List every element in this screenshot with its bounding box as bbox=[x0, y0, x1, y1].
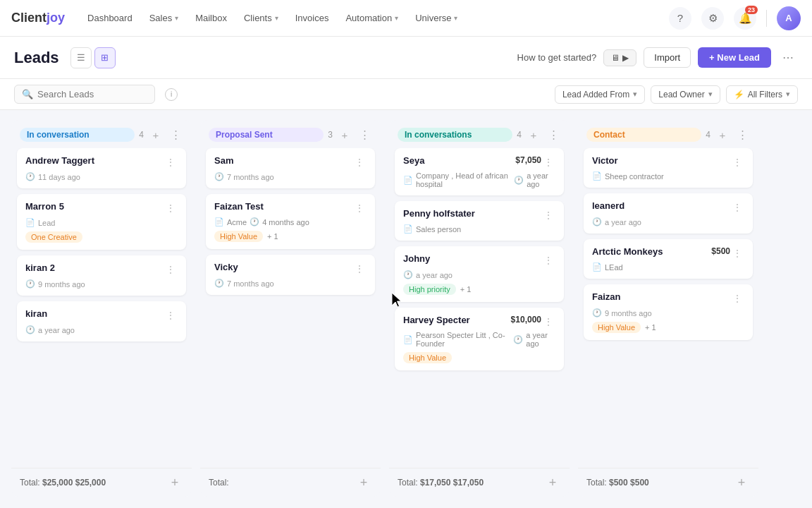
automation-chevron-icon: ▾ bbox=[395, 14, 398, 22]
table-row[interactable]: Vicky ⋮ 🕐 7 months ago bbox=[206, 255, 375, 295]
user-avatar[interactable]: A bbox=[777, 6, 801, 30]
settings-button[interactable]: ⚙ bbox=[701, 7, 724, 30]
card-more-button[interactable]: ⋮ bbox=[164, 201, 178, 215]
all-filters-label: All Filters bbox=[748, 90, 782, 99]
kanban-view-button[interactable]: ⊞ bbox=[94, 47, 116, 68]
table-row[interactable]: kiran 2 ⋮ 🕐 9 months ago bbox=[17, 255, 186, 296]
card-more-button[interactable]: ⋮ bbox=[730, 155, 744, 169]
table-row[interactable]: Seya $7,050 ⋮ 📄 Company , Head of africa… bbox=[395, 148, 564, 195]
card-time-text: a year ago bbox=[526, 331, 555, 348]
card-time-text: 4 months ago bbox=[262, 218, 309, 226]
column-more-button[interactable]: ⋮ bbox=[546, 127, 561, 143]
kanban-board: In conversation 4 + ⋮ Andrew Taggert ⋮ 🕐… bbox=[0, 110, 812, 507]
nav-automation[interactable]: Automation ▾ bbox=[345, 13, 398, 23]
card-more-button[interactable]: ⋮ bbox=[541, 315, 555, 329]
column-footer-add-button[interactable]: + bbox=[544, 474, 561, 491]
import-button[interactable]: Import bbox=[644, 47, 691, 68]
page-more-button[interactable]: ⋯ bbox=[778, 48, 798, 68]
table-row[interactable]: Faizan Test ⋮ 📄 Acme 🕐 4 months ago High… bbox=[206, 194, 375, 249]
list-view-button[interactable]: ☰ bbox=[70, 47, 92, 68]
clock-icon: 🕐 bbox=[25, 279, 35, 289]
card-tag: High Value bbox=[403, 352, 452, 363]
card-company: 📄 Sales person bbox=[403, 224, 555, 234]
table-row[interactable]: Harvey Specter $10,000 ⋮ 📄 Pearson Spect… bbox=[395, 308, 564, 370]
nav-dashboard[interactable]: Dashboard bbox=[87, 13, 133, 23]
notifications-button[interactable]: 🔔 23 bbox=[734, 7, 756, 30]
card-more-button[interactable]: ⋮ bbox=[164, 262, 178, 277]
navbar-right: ? ⚙ 🔔 23 A bbox=[669, 6, 801, 30]
nav-universe[interactable]: Universe ▾ bbox=[415, 13, 457, 23]
column-footer-add-button[interactable]: + bbox=[355, 474, 372, 491]
card-more-button[interactable]: ⋮ bbox=[352, 201, 367, 215]
column-footer-add-button[interactable]: + bbox=[733, 474, 750, 491]
table-row[interactable]: Sam ⋮ 🕐 7 months ago bbox=[206, 148, 375, 188]
table-row[interactable]: Penny holfstater ⋮ 📄 Sales person bbox=[395, 201, 564, 241]
table-row[interactable]: Johny ⋮ 🕐 a year ago High priority+ 1 bbox=[395, 246, 564, 302]
card-more-button[interactable]: ⋮ bbox=[164, 308, 178, 322]
column-add-button[interactable]: + bbox=[715, 127, 730, 143]
card-time-text: 7 months ago bbox=[227, 173, 274, 181]
all-filters-button[interactable]: ⚡ All Filters ▾ bbox=[726, 85, 798, 104]
column-label: Contact bbox=[586, 128, 701, 142]
card-name: Marron 5 bbox=[25, 201, 164, 212]
table-row[interactable]: Faizan ⋮ 🕐 9 months ago High Value+ 1 bbox=[584, 284, 753, 340]
card-more-button[interactable]: ⋮ bbox=[541, 253, 555, 267]
nav-mailbox[interactable]: Mailbox bbox=[195, 13, 227, 23]
total-value: $25,000 $25,000 bbox=[42, 478, 106, 488]
nav-clients[interactable]: Clients ▾ bbox=[244, 13, 278, 23]
card-more-button[interactable]: ⋮ bbox=[541, 155, 555, 169]
brand-logo[interactable]: Clientjoy bbox=[11, 11, 65, 25]
search-input[interactable] bbox=[37, 89, 136, 99]
card-tag: High Value bbox=[214, 231, 263, 242]
card-tags: High Value+ 1 bbox=[592, 322, 744, 333]
column-total: Total: $500 $500 bbox=[586, 478, 649, 488]
search-box[interactable]: 🔍 bbox=[14, 85, 155, 104]
card-more-button[interactable]: ⋮ bbox=[730, 291, 744, 306]
table-row[interactable]: Andrew Taggert ⋮ 🕐 11 days ago bbox=[17, 148, 186, 188]
column-more-button[interactable]: ⋮ bbox=[168, 127, 183, 143]
card-meta: 🕐 a year ago bbox=[403, 270, 555, 279]
new-lead-button[interactable]: + New Lead bbox=[698, 47, 771, 68]
clock-icon: 🕐 bbox=[25, 172, 35, 181]
card-name: kiran 2 bbox=[25, 262, 164, 273]
nav-sales[interactable]: Sales ▾ bbox=[149, 13, 179, 23]
card-more-button[interactable]: ⋮ bbox=[730, 200, 744, 214]
card-tags: High Value bbox=[403, 352, 555, 363]
document-icon: 📄 bbox=[214, 217, 224, 226]
search-info-icon[interactable]: i bbox=[165, 88, 178, 101]
card-more-button[interactable]: ⋮ bbox=[352, 155, 367, 169]
tag-plus: + 1 bbox=[460, 285, 472, 294]
tutorial-button[interactable]: 🖥 ▶ bbox=[603, 49, 636, 66]
card-amount: $7,050 bbox=[515, 155, 541, 165]
help-button[interactable]: ? bbox=[669, 7, 691, 30]
column-contact: Contact 4 + ⋮ Victor ⋮ 📄 Sheep contracto… bbox=[578, 120, 758, 497]
card-time-text: a year ago bbox=[38, 326, 75, 334]
lead-owner-filter[interactable]: Lead Owner ▾ bbox=[651, 85, 720, 104]
table-row[interactable]: Artctic Monkeys $500 ⋮ 📄 LEad bbox=[584, 239, 753, 279]
column-add-button[interactable]: + bbox=[337, 127, 352, 143]
column-count: 4 bbox=[706, 130, 710, 140]
card-company: 📄 Pearson Specter Litt , Co-Founder 🕐 a … bbox=[403, 331, 555, 348]
lead-added-from-filter[interactable]: Lead Added From ▾ bbox=[555, 85, 645, 104]
card-name: Harvey Specter bbox=[403, 315, 511, 325]
column-more-button[interactable]: ⋮ bbox=[357, 127, 372, 143]
column-more-button[interactable]: ⋮ bbox=[734, 127, 750, 143]
column-add-button[interactable]: + bbox=[148, 127, 164, 143]
column-footer-add-button[interactable]: + bbox=[166, 474, 183, 491]
table-row[interactable]: Victor ⋮ 📄 Sheep contractor bbox=[584, 148, 753, 188]
table-row[interactable]: kiran ⋮ 🕐 a year ago bbox=[17, 301, 186, 341]
header-right: How to get started? 🖥 ▶ Import + New Lea… bbox=[517, 47, 798, 68]
card-more-button[interactable]: ⋮ bbox=[541, 208, 555, 222]
table-row[interactable]: leanerd ⋮ 🕐 a year ago bbox=[584, 193, 753, 234]
card-name: Vicky bbox=[214, 262, 352, 272]
card-lead-text: Lead bbox=[38, 219, 55, 227]
column-add-button[interactable]: + bbox=[526, 127, 541, 143]
card-more-button[interactable]: ⋮ bbox=[352, 262, 367, 276]
nav-invoices[interactable]: Invoices bbox=[295, 13, 329, 23]
card-name: Penny holfstater bbox=[403, 208, 541, 219]
table-row[interactable]: Marron 5 ⋮ 📄 Lead One Creative bbox=[17, 194, 186, 250]
card-more-button[interactable]: ⋮ bbox=[730, 246, 744, 260]
card-more-button[interactable]: ⋮ bbox=[164, 155, 178, 169]
card-header: Artctic Monkeys $500 ⋮ bbox=[592, 246, 744, 260]
play-icon: ▶ bbox=[622, 53, 629, 63]
